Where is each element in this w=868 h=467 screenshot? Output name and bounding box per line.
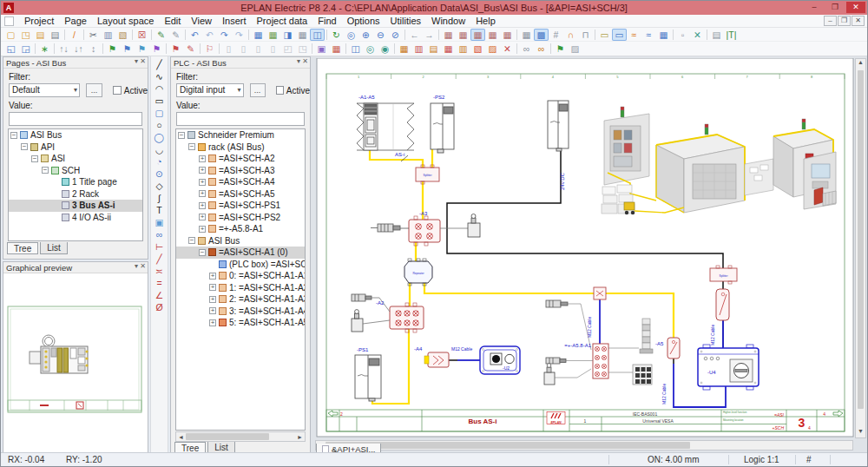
plc-tree-item[interactable]: −=ASI+SCH-A1 (0) bbox=[176, 247, 305, 259]
clip-4-icon[interactable]: ▯ bbox=[266, 43, 280, 55]
plc-filter-browse-button[interactable]: ... bbox=[250, 83, 266, 97]
pages-tree-item[interactable]: −ASI bbox=[9, 153, 142, 165]
canvas-hscrollbar[interactable]: ◄ bbox=[315, 440, 853, 451]
child-close-button[interactable]: ✕ bbox=[852, 16, 865, 26]
ellipse-small-icon[interactable]: ◇ bbox=[153, 180, 167, 192]
pages-tree-item[interactable]: 4 I/O AS-ii bbox=[9, 212, 142, 224]
back-icon[interactable]: ← bbox=[407, 29, 422, 41]
menu-insert[interactable]: Insert bbox=[217, 16, 252, 26]
splitter-box-2[interactable]: Splitter bbox=[710, 266, 737, 284]
menu-help[interactable]: Help bbox=[470, 16, 501, 26]
cut-icon[interactable]: ✂ bbox=[86, 29, 101, 41]
marker-purple-icon[interactable]: ⚑ bbox=[149, 43, 164, 55]
delete-icon[interactable]: ☒ bbox=[135, 29, 149, 41]
rectangle-icon[interactable]: ▭ bbox=[153, 95, 167, 107]
expand-icon[interactable]: + bbox=[209, 296, 216, 303]
redo-icon[interactable]: ↷ bbox=[217, 29, 232, 41]
addr-3-icon[interactable]: ▤ bbox=[426, 43, 441, 55]
symbol-select-icon[interactable]: ∗ bbox=[37, 43, 52, 55]
pages-tree-item[interactable]: 3 Bus AS-i bbox=[9, 200, 142, 212]
expand-icon[interactable]: + bbox=[199, 167, 206, 174]
rectangle-rounded-icon[interactable]: ▢ bbox=[153, 107, 167, 119]
line-icon[interactable]: ╱ bbox=[153, 58, 167, 70]
plc-tree-item[interactable]: −Schneider Premium bbox=[176, 129, 305, 141]
plc-tree-item[interactable]: +=ASI+SCH-PS1 bbox=[176, 200, 305, 212]
doc-out-icon[interactable]: ◳ bbox=[295, 43, 310, 55]
pages-tree-item[interactable]: −ASI Bus bbox=[9, 129, 142, 141]
panel-pin-icon[interactable]: ▾ bbox=[135, 262, 138, 270]
child-minimize-button[interactable]: – bbox=[824, 16, 837, 26]
splitter-box-1[interactable]: Splitter bbox=[416, 165, 439, 184]
clip-1-icon[interactable]: ▯ bbox=[221, 43, 236, 55]
plc-tree-item[interactable]: +=+-A5.8-A1 bbox=[176, 223, 305, 235]
parts-cart-icon[interactable]: ▤ bbox=[709, 29, 724, 41]
menu-window[interactable]: Window bbox=[426, 16, 470, 26]
collapse-icon[interactable]: − bbox=[188, 143, 195, 150]
device-a5[interactable] bbox=[667, 338, 680, 358]
box-red-2-icon[interactable]: ▨ bbox=[485, 43, 500, 55]
sort-both-icon[interactable]: ↕ bbox=[86, 43, 101, 55]
grid-a-icon[interactable]: ▦ bbox=[441, 29, 456, 41]
coord-rel-icon[interactable]: ▭ bbox=[612, 29, 627, 41]
open-page-icon[interactable]: ◳ bbox=[18, 29, 33, 41]
delete-red-icon[interactable]: ✕ bbox=[500, 43, 515, 55]
pages-filter-browse-button[interactable]: ... bbox=[86, 83, 102, 97]
grid-b-icon[interactable]: ▦ bbox=[456, 29, 470, 41]
collapse-icon[interactable]: − bbox=[31, 155, 38, 162]
device-u2[interactable] bbox=[480, 346, 520, 374]
navigator-icon[interactable]: ▦ bbox=[251, 29, 266, 41]
scroll-down-icon[interactable]: ▼ bbox=[856, 428, 865, 437]
page-properties-icon[interactable]: ▤ bbox=[33, 29, 48, 41]
scrollbar-thumb[interactable] bbox=[186, 433, 269, 440]
collapse-icon[interactable]: − bbox=[10, 132, 17, 139]
scroll-up-icon[interactable]: ▲ bbox=[856, 59, 865, 69]
dimension-line-icon[interactable]: ╱ bbox=[153, 253, 167, 265]
titlebar[interactable]: A EPLAN Electric P8 2.4 - C:\EPLAN\Appli… bbox=[1, 1, 867, 15]
plc-address-icon[interactable]: ◎ bbox=[363, 43, 378, 55]
pages-tree-item[interactable]: 2 Rack bbox=[9, 188, 142, 201]
marker-clear-icon[interactable]: ⚐ bbox=[202, 43, 217, 55]
menu-project-data[interactable]: Project data bbox=[252, 16, 313, 26]
snap-angle-icon[interactable]: ∩ bbox=[563, 29, 578, 41]
zoom-all-icon[interactable]: ⊘ bbox=[388, 29, 403, 41]
undo-icon[interactable]: ↶ bbox=[187, 29, 202, 41]
grid-e-icon[interactable]: ▦ bbox=[500, 29, 515, 41]
device-a2[interactable] bbox=[390, 303, 424, 332]
move-handle-icon[interactable]: ✕ bbox=[690, 29, 705, 41]
zoom-out-icon[interactable]: ⊖ bbox=[373, 29, 388, 41]
addr-2-icon[interactable]: ▥ bbox=[411, 43, 426, 55]
menu-find[interactable]: Find bbox=[312, 16, 341, 26]
grid-d-icon[interactable]: ▦ bbox=[485, 29, 500, 41]
marker-red-icon[interactable]: ⚑ bbox=[168, 43, 183, 55]
plc-data-icon[interactable]: ◉ bbox=[378, 43, 392, 55]
dimension-radius-icon[interactable]: Ø bbox=[153, 301, 167, 313]
device-ps1[interactable] bbox=[355, 355, 381, 401]
plc-tree-hscrollbar[interactable]: ◄ ► bbox=[175, 431, 306, 442]
format-copy-icon[interactable]: ✎ bbox=[168, 29, 183, 41]
schematic-canvas[interactable]: 12345678 bbox=[311, 56, 867, 452]
doc-in-icon[interactable]: ◰ bbox=[280, 43, 295, 55]
plc-tree-item[interactable]: +=ASI+SCH-A3 bbox=[176, 165, 305, 177]
edit-table-icon[interactable]: ◨ bbox=[280, 29, 295, 41]
link-b-icon[interactable]: ∞ bbox=[534, 43, 549, 55]
plc-tree-item[interactable]: −rack (ASI Bus) bbox=[176, 141, 305, 154]
hyperlink-icon[interactable]: ∞ bbox=[153, 228, 167, 240]
sort-up-icon[interactable]: ↑↓ bbox=[56, 43, 71, 55]
pages-tree-item[interactable]: 1 Title page bbox=[9, 176, 142, 188]
plc-tree-item[interactable]: +3: =ASI+SCH-A1-A4 bbox=[176, 306, 305, 318]
expand-icon[interactable]: + bbox=[209, 273, 216, 280]
pages-tree-item[interactable]: −SCH bbox=[9, 165, 142, 177]
addr-1-icon[interactable]: ▦ bbox=[397, 43, 411, 55]
menu-edit[interactable]: Edit bbox=[159, 16, 186, 26]
arc-icon[interactable]: ◡ bbox=[153, 143, 167, 155]
redo-list-icon[interactable]: ↷ bbox=[232, 29, 247, 41]
panel-close-icon[interactable]: ✕ bbox=[140, 262, 146, 270]
pages-filter-combo[interactable]: Default▾ bbox=[9, 83, 80, 97]
menu-utilities[interactable]: Utilities bbox=[385, 16, 426, 26]
plc-tree-item[interactable]: +0: =ASI+SCH-A1-A1 bbox=[176, 270, 305, 282]
marker-blue-icon[interactable]: ⚑ bbox=[120, 43, 135, 55]
plc-value-input[interactable] bbox=[176, 112, 305, 126]
device-list-icon[interactable]: ▦ bbox=[266, 29, 280, 41]
window-new-icon[interactable]: ◲ bbox=[18, 43, 33, 55]
panel-close-icon[interactable]: ✕ bbox=[302, 57, 308, 65]
